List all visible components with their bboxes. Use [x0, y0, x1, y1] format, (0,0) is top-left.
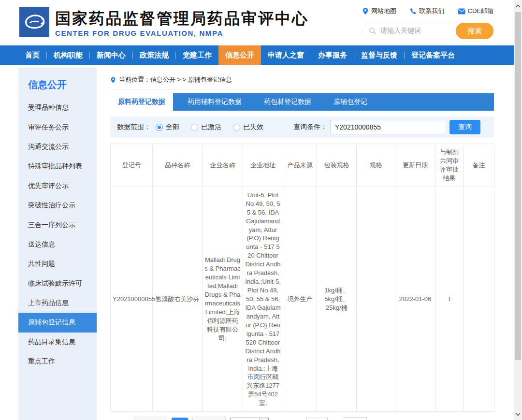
- sidebar-item-accepted-varieties[interactable]: 受理品种信息: [18, 98, 97, 117]
- search-icon: [369, 27, 377, 35]
- radio-activated-icon[interactable]: [191, 124, 198, 131]
- scope-radio-group: 全部 已激活 已失效: [156, 123, 263, 131]
- breadcrumb-text: 当前位置：信息公开 > > 原辅包登记信息: [119, 75, 232, 84]
- header-right: 网站地图 联系我们: [362, 7, 493, 39]
- tab-excipient-registration-data[interactable]: 药用辅料登记数据: [180, 93, 249, 111]
- map-pin-icon: [362, 7, 369, 15]
- tabs-bar: 原料药登记数据 药用辅料登记数据 药包材登记数据 原辅包登记: [110, 93, 494, 111]
- tab-packaging-registration-data[interactable]: 药包材登记数据: [256, 93, 319, 111]
- radio-all[interactable]: 全部: [156, 123, 179, 131]
- tab-raw-material-registration[interactable]: 原辅包登记: [326, 93, 375, 111]
- radio-all-icon[interactable]: [156, 124, 163, 131]
- radio-expired[interactable]: 已失效: [233, 123, 263, 131]
- site-header: 国家药品监督管理局药品审评中心 CENTER FOR DRUG EVALUATI…: [0, 0, 514, 45]
- search-button[interactable]: 搜索: [456, 23, 493, 39]
- quick-links: 网站地图 联系我们: [362, 7, 493, 15]
- query-label: 查询条件：: [293, 123, 327, 131]
- main-area: 信息公开 受理品种信息 审评任务公示 沟通交流公示 特殊审批品种列表 优先审评公…: [0, 68, 514, 420]
- scroll-down-icon[interactable]: [514, 409, 522, 419]
- sidebar-item-key-work[interactable]: 重点工作: [18, 352, 97, 371]
- sitemap-label: 网站地图: [371, 7, 396, 15]
- sidebar-item-common-issues[interactable]: 共性问题: [18, 254, 97, 274]
- cell-registration-no: Y20210000855: [111, 187, 153, 411]
- sidebar-item-delivery-info[interactable]: 送达信息: [18, 235, 97, 254]
- nav-item-news[interactable]: 新闻中心: [90, 45, 132, 65]
- cell-packaging-spec: 1kg/桶、5kg/桶、25kg/桶: [317, 187, 357, 411]
- nav-item-info-disclosure[interactable]: 信息公开: [218, 45, 261, 65]
- contact-label: 联系我们: [419, 7, 444, 15]
- search-placeholder: 请输入关键词: [380, 27, 421, 35]
- radio-activated[interactable]: 已激活: [191, 123, 221, 131]
- sidebar-item-raw-material-registration[interactable]: 原辅包登记信息: [18, 313, 97, 332]
- cell-spec: [357, 187, 395, 411]
- col-registration-no: 登记号: [111, 144, 153, 187]
- cde-mail-link[interactable]: CDE邮箱: [458, 7, 493, 15]
- sidebar-item-priority-review[interactable]: 优先审评公示: [18, 176, 97, 196]
- filter-bar: 数据范围： 全部 已激活 已失效 查询条件：: [110, 116, 494, 138]
- nav-item-supervision[interactable]: 监督与反馈: [354, 45, 404, 65]
- cell-joint-review-result: I: [435, 187, 464, 411]
- page-1-button[interactable]: 1: [172, 418, 188, 420]
- content: 当前位置：信息公开 > > 原辅包登记信息 原料药登记数据 药用辅料登记数据 药…: [110, 68, 494, 420]
- col-company-name: 企业名称: [203, 144, 243, 187]
- sidebar: 信息公开 受理品种信息 审评任务公示 沟通交流公示 特殊审批品种列表 优先审评公…: [18, 68, 97, 420]
- nav-item-home[interactable]: 首页: [18, 45, 46, 65]
- location-pin-icon: [110, 76, 116, 84]
- cell-remarks: [464, 187, 494, 411]
- prev-page-button[interactable]: 上一页: [134, 417, 167, 420]
- col-packaging-spec: 包装规格: [317, 144, 357, 187]
- scope-label: 数据范围：: [117, 123, 151, 131]
- vertical-scrollbar[interactable]: [514, 0, 522, 420]
- radio-activated-label: 已激活: [201, 123, 221, 131]
- header-search: 请输入关键词 搜索: [362, 23, 493, 39]
- results-table: 登记号 品种名称 企业名称 企业地址 产品来源 包装规格 规格 更新日期 与制剂…: [110, 144, 494, 412]
- select-arrow-box[interactable]: [260, 418, 268, 420]
- scrollbar-thumb[interactable]: [515, 12, 521, 360]
- scroll-up-icon[interactable]: [514, 1, 522, 11]
- sidebar-item-clinical-trial-license[interactable]: 临床试验默示许可: [18, 274, 97, 293]
- col-remarks: 备注: [464, 144, 494, 187]
- radio-expired-icon[interactable]: [233, 124, 240, 131]
- query-input[interactable]: [330, 120, 446, 134]
- sidebar-item-marketed-drugs[interactable]: 上市药品信息: [18, 293, 97, 313]
- pagination: 共 1 条 上一页 1 下一页 10 条/页 到第 页 确定: [110, 417, 494, 420]
- col-product-source: 产品来源: [283, 144, 317, 187]
- sidebar-item-special-approval[interactable]: 特殊审批品种列表: [18, 157, 97, 176]
- query-button[interactable]: 查询: [450, 120, 480, 134]
- cde-logo: [19, 7, 49, 37]
- page: 国家药品监督管理局药品审评中心 CENTER FOR DRUG EVALUATI…: [0, 0, 514, 420]
- site-subtitle: CENTER FOR DRUG EVALUATION, NMPA: [55, 29, 309, 37]
- nav-item-services[interactable]: 办事服务: [311, 45, 354, 65]
- site-title: 国家药品监督管理局药品审评中心: [55, 10, 309, 28]
- page-size-select[interactable]: 10 条/页: [230, 418, 269, 420]
- sitemap-link[interactable]: 网站地图: [362, 7, 396, 15]
- cell-company-name: Malladi Drugs & Pharmaceuticals Limited;…: [203, 187, 243, 411]
- sidebar-item-review-tasks[interactable]: 审评任务公示: [18, 117, 97, 137]
- table-header-row: 登记号 品种名称 企业名称 企业地址 产品来源 包装规格 规格 更新日期 与制剂…: [111, 144, 494, 187]
- sidebar-item-communication[interactable]: 沟通交流公示: [18, 137, 97, 157]
- radio-expired-label: 已失效: [243, 123, 263, 131]
- sidebar-item-drug-catalog[interactable]: 药品目录集信息: [18, 333, 97, 352]
- tab-api-registration-data[interactable]: 原料药登记数据: [110, 93, 173, 111]
- sidebar-item-three-in-one[interactable]: 三合一序列公示: [18, 215, 97, 234]
- goto-page-input[interactable]: [306, 418, 328, 420]
- cell-variety-name: 氢溴酸右美沙芬: [153, 187, 203, 411]
- confirm-button[interactable]: 确定: [343, 417, 367, 420]
- sidebar-title: 信息公开: [18, 78, 97, 98]
- sidebar-item-breakthrough-therapy[interactable]: 突破性治疗公示: [18, 196, 97, 215]
- nav-item-policy[interactable]: 政策法规: [133, 45, 175, 65]
- nav-item-party[interactable]: 党建工作: [176, 45, 218, 65]
- radio-all-label: 全部: [166, 123, 179, 131]
- nav-item-registration-platform[interactable]: 登记备案平台: [405, 45, 462, 65]
- col-company-address: 企业地址: [243, 144, 283, 187]
- mail-icon: [458, 8, 465, 14]
- contact-link[interactable]: 联系我们: [409, 7, 444, 15]
- table-row: Y20210000855 氢溴酸右美沙芬 Malladi Drugs & Pha…: [111, 187, 494, 411]
- col-joint-review-result: 与制剂共同审评审批结果: [435, 144, 464, 187]
- col-update-date: 更新日期: [395, 144, 435, 187]
- nav-item-applicant[interactable]: 申请人之窗: [261, 45, 311, 65]
- site-title-block: 国家药品监督管理局药品审评中心 CENTER FOR DRUG EVALUATI…: [55, 10, 309, 37]
- next-page-button[interactable]: 下一页: [192, 417, 226, 420]
- nav-item-functions[interactable]: 机构职能: [47, 45, 89, 65]
- main-nav: 首页 机构职能 新闻中心 政策法规 党建工作 信息公开 申请人之窗 办事服务 监…: [0, 45, 514, 65]
